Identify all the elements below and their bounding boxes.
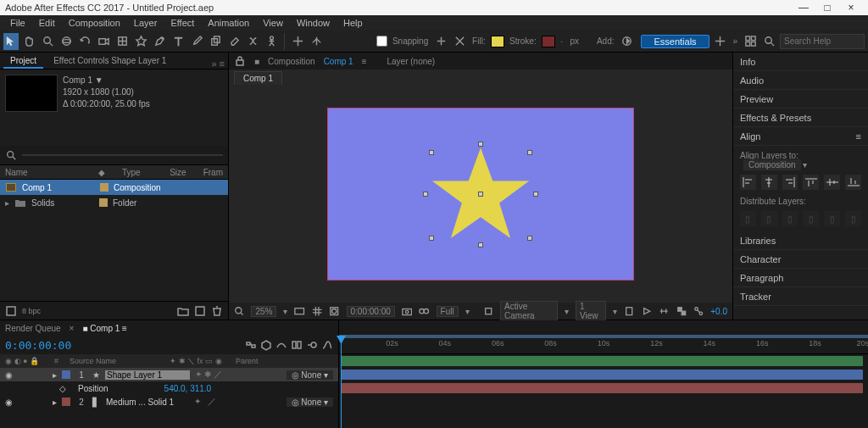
frame-blend-icon[interactable] [291,339,303,351]
local-axis-icon[interactable] [290,33,305,50]
mask-icon[interactable] [329,305,339,317]
transform-handle[interactable] [423,192,428,197]
align-hcenter-icon[interactable] [761,175,777,190]
transform-handle[interactable] [478,142,483,147]
align-left-icon[interactable] [740,175,756,190]
align-bottom-icon[interactable] [845,175,861,190]
panel-preview[interactable]: Preview [733,90,868,108]
eye-icon[interactable]: ◉ [5,370,13,380]
menu-layer[interactable]: Layer [127,16,164,30]
transform-handle[interactable] [429,150,434,155]
parent-dropdown[interactable]: ◎ None ▾ [287,397,333,407]
transform-handle[interactable] [429,236,434,241]
shy-icon[interactable] [275,339,287,351]
parent-dropdown[interactable]: ◎ None ▾ [287,370,333,380]
fast-preview-icon[interactable] [642,305,652,317]
new-folder-icon[interactable] [177,305,189,317]
label-swatch[interactable] [99,198,108,207]
rotate-tool-icon[interactable] [78,33,93,50]
layer-bar-2[interactable] [341,383,863,393]
comp-panel-comp-link[interactable]: Comp 1 [324,57,353,66]
clone-tool-icon[interactable] [208,33,223,50]
project-item-comp1[interactable]: Comp 1 Composition [0,180,228,195]
panel-audio[interactable]: Audio [733,71,868,90]
puppet-tool-icon[interactable] [264,33,279,50]
menu-file[interactable]: File [3,16,32,30]
timeline-tracks[interactable]: 02s 04s 06s 08s 10s 12s 14s 16s 18s 20s [339,320,868,428]
graph-editor-icon[interactable] [321,339,333,351]
eraser-tool-icon[interactable] [226,33,242,50]
align-vcenter-icon[interactable] [824,175,840,190]
col-tag-icon[interactable]: ◆ [98,168,105,177]
selection-tool-icon[interactable] [3,33,19,50]
snap-inside-icon[interactable] [452,33,467,50]
composition-viewer[interactable] [229,85,732,303]
panel-grid-icon[interactable] [743,33,758,50]
flowchart-icon[interactable] [693,305,704,317]
tab-project[interactable]: Project [3,54,43,69]
camera-dropdown[interactable]: Active Camera [500,301,558,321]
label-swatch[interactable] [100,183,108,192]
zoom-tool-icon[interactable] [41,33,56,50]
transform-handle[interactable] [527,150,532,155]
fill-label[interactable]: Fill: [472,36,486,46]
eye-icon[interactable]: ◉ [5,397,13,407]
draft3d-icon[interactable] [483,305,493,317]
property-value[interactable]: 540.0, 311.0 [164,384,212,393]
pixel-aspect-icon[interactable] [624,305,634,317]
brush-tool-icon[interactable] [190,33,205,50]
maximize-button[interactable]: □ [815,2,839,14]
menu-edit[interactable]: Edit [32,16,62,30]
new-comp-icon[interactable] [194,305,206,317]
draft3d-icon[interactable] [260,339,272,351]
align-top-icon[interactable] [803,175,819,190]
layer-property-position[interactable]: ◇ Position 540.0, 311.0 [0,381,338,395]
align-to-dropdown[interactable]: Composition [743,159,801,170]
search-help-input[interactable] [780,34,865,49]
pen-tool-icon[interactable] [153,33,168,50]
menu-help[interactable]: Help [337,16,370,30]
menu-composition[interactable]: Composition [62,16,127,30]
panel-effects-presets[interactable]: Effects & Presets [733,108,868,127]
col-parent[interactable]: Parent [236,357,259,365]
timeline-ruler[interactable]: 02s 04s 06s 08s 10s 12s 14s 16s 18s 20s [339,320,868,354]
col-source-name[interactable]: Source Name [70,357,163,365]
views-dropdown[interactable]: 1 View [576,301,606,321]
panel-align[interactable]: Align≡ [733,127,868,146]
tab-timeline-comp[interactable]: Comp 1 [90,324,120,333]
menu-animation[interactable]: Animation [201,16,256,30]
layer-name[interactable]: Medium ... Solid 1 [104,397,189,407]
transparency-icon[interactable] [676,305,687,317]
grid-icon[interactable] [312,305,322,317]
timeline-icon[interactable] [659,305,669,317]
layer-bar-1[interactable] [341,356,863,366]
menu-view[interactable]: View [256,16,290,30]
anchor-point-handle[interactable] [478,192,483,197]
magnify-icon[interactable] [234,305,244,317]
col-type[interactable]: Type [122,168,141,177]
motion-blur-icon[interactable] [306,339,318,351]
quality-dropdown[interactable]: Full [437,306,459,317]
resolution-icon[interactable] [294,305,304,317]
project-search-input[interactable] [22,154,223,156]
col-name[interactable]: Name [5,168,81,177]
transform-handle[interactable] [478,242,483,247]
hand-tool-icon[interactable] [22,33,37,50]
current-time-indicator[interactable] [341,336,342,428]
panel-menu-icon[interactable]: » ≡ [211,58,225,69]
snap-edge-icon[interactable] [433,33,448,50]
snapping-checkbox[interactable] [376,36,387,47]
composition-canvas[interactable] [327,108,634,281]
comp-tab[interactable]: Comp 1 [234,71,282,85]
lock-icon[interactable] [234,55,246,67]
pan-behind-tool-icon[interactable] [115,33,131,50]
shape-tool-icon[interactable] [134,33,149,50]
project-comp-name[interactable]: Comp 1 ▼ [63,75,150,86]
layer-bar-prop[interactable] [341,370,863,380]
menu-effect[interactable]: Effect [164,16,201,30]
layer-row-2[interactable]: ◉ ▸ 2 ▋ Medium ... Solid 1 ✦ ／ ◎ None ▾ [0,395,338,409]
snapshot-icon[interactable] [402,305,412,317]
workspace-dropdown[interactable]: Essentials [641,35,709,48]
layer-row-1[interactable]: ◉ ▸ 1 ★ Shape Layer 1 ✦ ✱ ／ ◎ None ▾ [0,368,338,381]
panel-paragraph[interactable]: Paragraph [733,269,868,287]
